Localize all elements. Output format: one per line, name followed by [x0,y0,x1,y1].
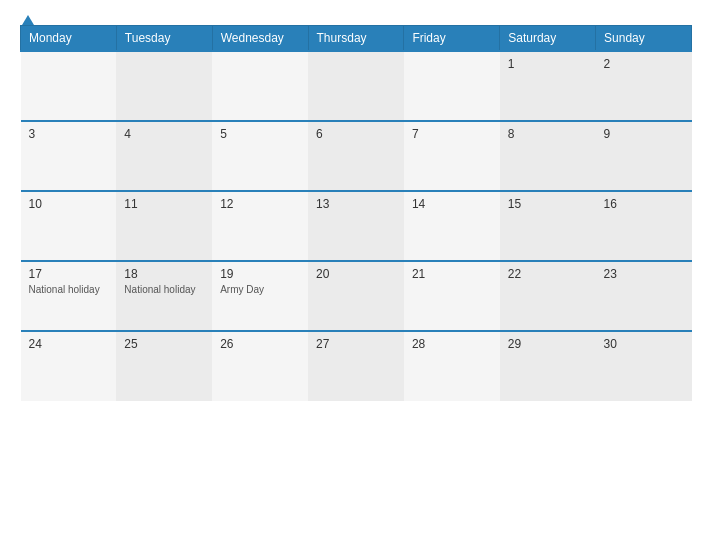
calendar-day-cell: 21 [404,261,500,331]
day-number: 20 [316,267,396,281]
day-number: 27 [316,337,396,351]
calendar-day-cell: 15 [500,191,596,261]
calendar-day-cell: 26 [212,331,308,401]
day-number: 2 [604,57,684,71]
day-event: National holiday [124,284,204,295]
calendar-day-cell [21,51,117,121]
calendar-day-cell: 28 [404,331,500,401]
day-number: 11 [124,197,204,211]
weekday-header-thursday: Thursday [308,26,404,52]
calendar-week-row: 24252627282930 [21,331,692,401]
calendar-day-cell [212,51,308,121]
calendar-day-cell: 8 [500,121,596,191]
day-number: 15 [508,197,588,211]
calendar-week-row: 12 [21,51,692,121]
day-number: 23 [604,267,684,281]
calendar-day-cell: 2 [596,51,692,121]
calendar-day-cell: 11 [116,191,212,261]
day-number: 26 [220,337,300,351]
calendar-day-cell: 25 [116,331,212,401]
calendar-body: 1234567891011121314151617National holida… [21,51,692,401]
day-number: 22 [508,267,588,281]
calendar-day-cell: 29 [500,331,596,401]
calendar-day-cell: 27 [308,331,404,401]
calendar-day-cell: 9 [596,121,692,191]
calendar-day-cell: 24 [21,331,117,401]
calendar-header: MondayTuesdayWednesdayThursdayFridaySatu… [21,26,692,52]
calendar-day-cell: 10 [21,191,117,261]
weekday-header-friday: Friday [404,26,500,52]
calendar-week-row: 10111213141516 [21,191,692,261]
day-number: 1 [508,57,588,71]
calendar-table: MondayTuesdayWednesdayThursdayFridaySatu… [20,25,692,401]
calendar-container: MondayTuesdayWednesdayThursdayFridaySatu… [0,0,712,550]
day-number: 6 [316,127,396,141]
calendar-day-cell [116,51,212,121]
day-number: 5 [220,127,300,141]
day-number: 9 [604,127,684,141]
day-number: 18 [124,267,204,281]
calendar-week-row: 17National holiday18National holiday19Ar… [21,261,692,331]
calendar-day-cell: 19Army Day [212,261,308,331]
day-number: 21 [412,267,492,281]
weekday-header-sunday: Sunday [596,26,692,52]
calendar-day-cell: 3 [21,121,117,191]
weekday-header-row: MondayTuesdayWednesdayThursdayFridaySatu… [21,26,692,52]
day-number: 8 [508,127,588,141]
day-number: 12 [220,197,300,211]
day-number: 14 [412,197,492,211]
calendar-day-cell: 13 [308,191,404,261]
calendar-day-cell: 18National holiday [116,261,212,331]
calendar-day-cell: 1 [500,51,596,121]
day-number: 4 [124,127,204,141]
calendar-day-cell: 23 [596,261,692,331]
calendar-day-cell: 12 [212,191,308,261]
day-number: 24 [29,337,109,351]
calendar-day-cell: 17National holiday [21,261,117,331]
logo-triangle-icon [22,15,34,25]
calendar-day-cell: 20 [308,261,404,331]
day-number: 10 [29,197,109,211]
day-event: Army Day [220,284,300,295]
calendar-day-cell: 7 [404,121,500,191]
logo [20,15,34,25]
calendar-day-cell: 22 [500,261,596,331]
weekday-header-tuesday: Tuesday [116,26,212,52]
weekday-header-saturday: Saturday [500,26,596,52]
weekday-header-monday: Monday [21,26,117,52]
calendar-day-cell [308,51,404,121]
day-number: 28 [412,337,492,351]
day-number: 30 [604,337,684,351]
day-number: 13 [316,197,396,211]
calendar-day-cell [404,51,500,121]
calendar-week-row: 3456789 [21,121,692,191]
calendar-day-cell: 4 [116,121,212,191]
calendar-day-cell: 16 [596,191,692,261]
calendar-day-cell: 30 [596,331,692,401]
day-number: 25 [124,337,204,351]
day-number: 19 [220,267,300,281]
calendar-day-cell: 5 [212,121,308,191]
day-number: 16 [604,197,684,211]
day-number: 7 [412,127,492,141]
day-event: National holiday [29,284,109,295]
weekday-header-wednesday: Wednesday [212,26,308,52]
calendar-day-cell: 14 [404,191,500,261]
day-number: 29 [508,337,588,351]
day-number: 17 [29,267,109,281]
day-number: 3 [29,127,109,141]
calendar-day-cell: 6 [308,121,404,191]
